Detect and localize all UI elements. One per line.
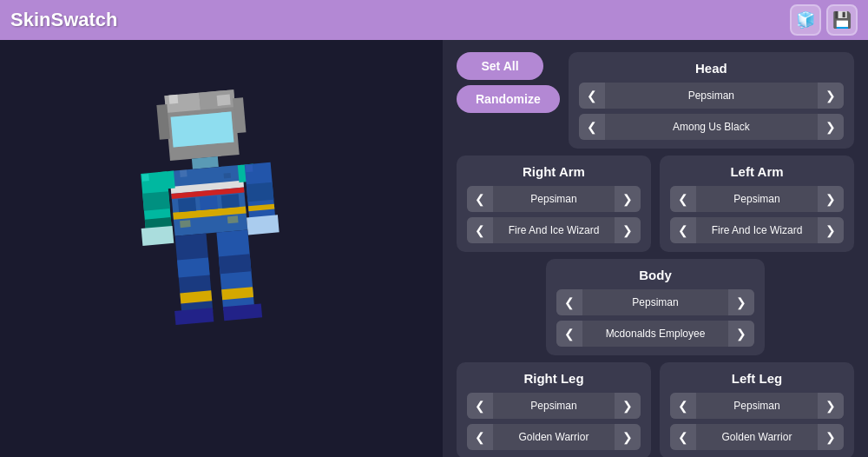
skin-preview-panel: [0, 40, 425, 457]
set-all-button[interactable]: Set All: [457, 52, 543, 80]
left-arm-row2-right-arrow[interactable]: ❯: [818, 217, 844, 243]
right-arm-row2-value: Fire And Ice Wizard: [493, 224, 615, 236]
right-leg-section: Right Leg ❮ Pepsiman ❯ ❮ Golden Warrior …: [457, 362, 651, 457]
head-row2-left-arrow[interactable]: ❮: [579, 114, 605, 140]
left-leg-title: Left Leg: [670, 371, 844, 386]
svg-rect-37: [180, 220, 191, 228]
main-layout: Set All Randomize Head ❮ Pepsiman ❯ ❮ Am…: [0, 40, 868, 457]
svg-rect-30: [174, 308, 214, 325]
head-title: Head: [579, 61, 844, 76]
svg-rect-22: [141, 226, 174, 246]
arms-row: Right Arm ❮ Pepsiman ❯ ❮ Fire And Ice Wi…: [457, 156, 854, 252]
svg-rect-40: [246, 165, 253, 173]
left-arm-row1-right-arrow[interactable]: ❯: [818, 186, 844, 212]
left-arm-row2-value: Fire And Ice Wizard: [696, 224, 818, 236]
body-row-1: ❮ Pepsiman ❯: [556, 289, 754, 315]
right-arm-section: Right Arm ❮ Pepsiman ❯ ❮ Fire And Ice Wi…: [457, 156, 651, 252]
left-arm-row2-left-arrow[interactable]: ❮: [670, 217, 696, 243]
right-arm-row-2: ❮ Fire And Ice Wizard ❯: [467, 217, 641, 243]
head-row-2: ❮ Among Us Black ❯: [579, 114, 844, 140]
controls-panel: Set All Randomize Head ❮ Pepsiman ❯ ❮ Am…: [443, 40, 868, 457]
header-button-group: 🧊 💾: [790, 4, 858, 36]
right-leg-title: Right Leg: [467, 371, 641, 386]
right-leg-row-2: ❮ Golden Warrior ❯: [467, 424, 641, 450]
head-row-1: ❮ Pepsiman ❯: [579, 83, 844, 109]
body-row2-value: Mcdonalds Employee: [582, 328, 728, 340]
svg-rect-36: [224, 173, 231, 179]
svg-rect-35: [180, 169, 187, 177]
left-leg-row-2: ❮ Golden Warrior ❯: [670, 424, 844, 450]
svg-rect-28: [177, 257, 210, 277]
left-leg-row2-value: Golden Warrior: [696, 431, 818, 443]
svg-rect-24: [247, 182, 274, 202]
left-leg-row1-value: Pepsiman: [696, 400, 818, 412]
right-leg-row2-left-arrow[interactable]: ❮: [467, 424, 493, 450]
cube-button[interactable]: 🧊: [790, 4, 821, 36]
svg-rect-14: [178, 198, 196, 213]
svg-rect-6: [217, 95, 231, 106]
svg-rect-26: [247, 215, 279, 235]
svg-rect-15: [200, 195, 218, 210]
body-row1-right-arrow[interactable]: ❯: [728, 289, 754, 315]
left-leg-row1-left-arrow[interactable]: ❮: [670, 393, 696, 419]
left-leg-section: Left Leg ❮ Pepsiman ❯ ❮ Golden Warrior ❯: [660, 362, 854, 457]
app-header: SkinSwatch 🧊 💾: [0, 0, 868, 40]
svg-rect-20: [142, 191, 170, 211]
svg-rect-5: [168, 95, 178, 104]
left-leg-row2-left-arrow[interactable]: ❮: [670, 424, 696, 450]
right-leg-row-1: ❮ Pepsiman ❯: [467, 393, 641, 419]
body-row2-left-arrow[interactable]: ❮: [556, 321, 582, 347]
head-row2-value: Among Us Black: [605, 121, 818, 133]
left-arm-section: Left Arm ❮ Pepsiman ❯ ❮ Fire And Ice Wiz…: [660, 156, 854, 252]
right-arm-row1-right-arrow[interactable]: ❯: [615, 186, 641, 212]
head-row1-left-arrow[interactable]: ❮: [579, 83, 605, 109]
right-leg-row1-value: Pepsiman: [493, 400, 615, 412]
body-section: Body ❮ Pepsiman ❯ ❮ Mcdonalds Employee ❯: [546, 259, 765, 355]
svg-rect-32: [219, 254, 252, 274]
right-arm-row1-value: Pepsiman: [493, 193, 615, 205]
legs-row: Right Leg ❮ Pepsiman ❯ ❮ Golden Warrior …: [457, 362, 854, 457]
svg-rect-16: [221, 194, 240, 209]
head-row2-right-arrow[interactable]: ❯: [818, 114, 844, 140]
body-row2-right-arrow[interactable]: ❯: [728, 321, 754, 347]
right-arm-row-1: ❮ Pepsiman ❯: [467, 186, 641, 212]
right-arm-row1-left-arrow[interactable]: ❮: [467, 186, 493, 212]
right-leg-row2-right-arrow[interactable]: ❯: [615, 424, 641, 450]
app-title: SkinSwatch: [10, 9, 117, 31]
head-section: Head ❮ Pepsiman ❯ ❮ Among Us Black ❯: [569, 52, 854, 149]
left-arm-row1-value: Pepsiman: [696, 193, 818, 205]
save-button[interactable]: 💾: [826, 4, 858, 36]
left-arm-row-2: ❮ Fire And Ice Wizard ❯: [670, 217, 844, 243]
right-leg-row2-value: Golden Warrior: [493, 431, 615, 443]
actions-row: Set All Randomize: [457, 52, 560, 113]
right-leg-row1-right-arrow[interactable]: ❯: [615, 393, 641, 419]
right-leg-row1-left-arrow[interactable]: ❮: [467, 393, 493, 419]
body-row1-left-arrow[interactable]: ❮: [556, 289, 582, 315]
svg-rect-38: [227, 215, 239, 223]
svg-rect-4: [171, 112, 234, 148]
skin-canvas: [102, 67, 323, 430]
right-arm-row2-left-arrow[interactable]: ❮: [467, 217, 493, 243]
left-arm-title: Left Arm: [670, 164, 844, 179]
right-arm-title: Right Arm: [467, 164, 641, 179]
head-row1-right-arrow[interactable]: ❯: [818, 83, 844, 109]
body-row1-value: Pepsiman: [582, 296, 728, 308]
left-leg-row-1: ❮ Pepsiman ❯: [670, 393, 844, 419]
left-leg-row2-right-arrow[interactable]: ❯: [818, 424, 844, 450]
svg-rect-39: [141, 174, 149, 182]
body-title: Body: [556, 268, 754, 282]
head-row1-value: Pepsiman: [605, 89, 818, 102]
body-row-2: ❮ Mcdonalds Employee ❯: [556, 321, 754, 347]
left-leg-row1-right-arrow[interactable]: ❯: [818, 393, 844, 419]
left-arm-row1-left-arrow[interactable]: ❮: [670, 186, 696, 212]
right-arm-row2-right-arrow[interactable]: ❯: [615, 217, 641, 243]
randomize-button[interactable]: Randomize: [457, 85, 560, 113]
left-arm-row-1: ❮ Pepsiman ❯: [670, 186, 844, 212]
